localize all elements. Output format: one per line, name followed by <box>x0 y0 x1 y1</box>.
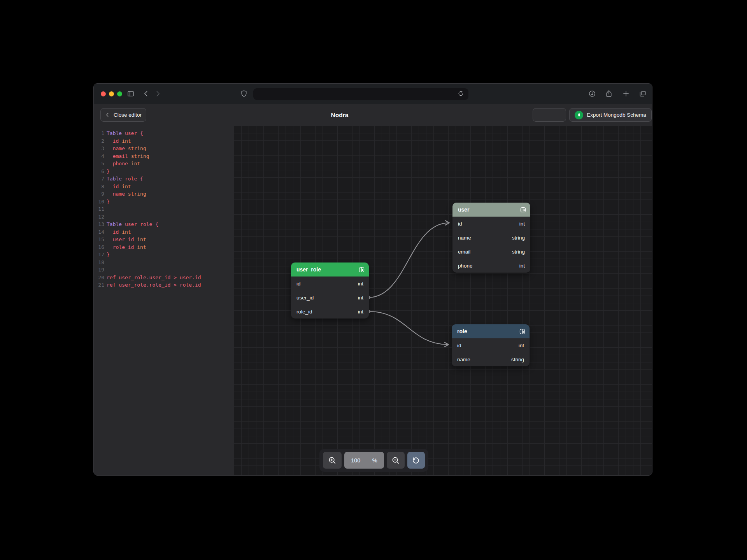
zoom-level-field[interactable]: 100 % <box>344 452 384 469</box>
code-line: 7Table role { <box>94 175 234 183</box>
line-number: 11 <box>94 205 104 213</box>
line-number: 9 <box>94 190 104 198</box>
code-line: 9 name string <box>94 190 234 198</box>
code-line: 15 user_id int <box>94 236 234 243</box>
field-type: int <box>358 295 363 301</box>
app-header: Close editor Nodra Export Mongodb Schema <box>94 104 652 126</box>
zoom-in-icon <box>328 456 337 465</box>
edge-user_role.user_id <box>369 223 449 298</box>
field-name: id <box>457 343 519 348</box>
line-number: 1 <box>94 130 104 137</box>
minimize-window-button[interactable] <box>109 91 114 96</box>
page-title: Nodra <box>331 104 349 126</box>
field-type: string <box>512 249 525 255</box>
field-type: int <box>358 281 363 287</box>
table-name: user_role <box>296 266 358 273</box>
schema-code-editor[interactable]: 1Table user {2 id int3 name string4 emai… <box>94 126 234 475</box>
table-name: role <box>457 328 519 334</box>
mongodb-icon <box>575 111 583 119</box>
close-window-button[interactable] <box>101 91 106 96</box>
code-line: 8 id int <box>94 183 234 191</box>
code-line: 3 name string <box>94 145 234 152</box>
close-editor-label: Close editor <box>114 112 142 118</box>
zoom-out-button[interactable] <box>387 452 405 469</box>
code-line: 2 id int <box>94 137 234 145</box>
code-line: 6} <box>94 168 234 175</box>
field-name: name <box>458 235 512 241</box>
table-schema-icon <box>519 328 526 335</box>
field-name: email <box>458 249 512 255</box>
line-number: 18 <box>94 259 104 266</box>
table-node-header[interactable]: role <box>452 324 530 338</box>
reset-rotate-ccw-icon <box>412 456 420 465</box>
table-node-user_role[interactable]: user_roleidintuser_idintrole_idint <box>291 262 369 318</box>
line-number: 20 <box>94 274 104 282</box>
table-node-header[interactable]: user_role <box>291 262 369 276</box>
traffic-lights <box>101 91 122 96</box>
field-name: phone <box>458 263 519 269</box>
diagram-canvas[interactable]: 100 % user_roleidintuser_idintrole_idint… <box>234 126 652 475</box>
code-line: 1Table user { <box>94 130 234 137</box>
export-sql-button[interactable] <box>533 108 566 122</box>
field-type: int <box>519 343 524 348</box>
code-line: 10} <box>94 198 234 206</box>
table-node-user[interactable]: useridintnamestringemailstringphoneint <box>452 203 530 273</box>
table-schema-icon <box>358 266 365 273</box>
line-number: 14 <box>94 228 104 236</box>
export-mongodb-label: Export Mongodb Schema <box>587 112 646 118</box>
code-line: 5 phone int <box>94 160 234 168</box>
field-row-email: emailstring <box>452 245 530 259</box>
code-line: 19 <box>94 266 234 274</box>
main-split: 1Table user {2 id int3 name string4 emai… <box>94 126 652 475</box>
chevron-left-icon <box>105 112 110 117</box>
line-number: 13 <box>94 220 104 228</box>
line-number: 8 <box>94 183 104 191</box>
field-type: int <box>519 263 525 269</box>
address-bar[interactable] <box>253 88 468 100</box>
reset-view-button[interactable] <box>407 452 425 469</box>
edge-user_role.role_id <box>369 312 448 345</box>
line-number: 15 <box>94 236 104 243</box>
field-name: id <box>458 221 519 227</box>
forward-icon[interactable] <box>153 89 162 98</box>
field-row-role_id: role_idint <box>291 304 369 318</box>
tab-overview-icon[interactable] <box>638 89 647 98</box>
privacy-shield-icon[interactable] <box>240 89 248 98</box>
share-icon[interactable] <box>605 89 613 98</box>
zoom-in-button[interactable] <box>323 452 342 469</box>
line-number: 5 <box>94 160 104 168</box>
line-number: 4 <box>94 152 104 160</box>
table-node-header[interactable]: user <box>452 203 530 217</box>
field-type: string <box>511 357 524 362</box>
line-number: 16 <box>94 243 104 251</box>
field-name: id <box>296 281 358 287</box>
new-tab-icon[interactable] <box>622 89 630 98</box>
field-row-name: namestring <box>452 352 530 366</box>
line-number: 17 <box>94 251 104 259</box>
line-number: 6 <box>94 168 104 175</box>
field-type: string <box>512 235 525 241</box>
close-editor-button[interactable]: Close editor <box>100 108 146 122</box>
code-line: 20ref user_role.user_id > user.id <box>94 274 234 282</box>
field-row-user_id: user_idint <box>291 290 369 304</box>
field-row-name: namestring <box>452 231 530 245</box>
field-name: name <box>457 357 511 362</box>
line-number: 7 <box>94 175 104 183</box>
export-mongodb-button[interactable]: Export Mongodb Schema <box>569 108 652 122</box>
code-line: 17} <box>94 251 234 259</box>
table-node-role[interactable]: roleidintnamestring <box>452 324 530 366</box>
zoom-level-unit: % <box>372 457 377 464</box>
field-row-id: idint <box>291 276 369 290</box>
zoom-window-button[interactable] <box>117 91 122 96</box>
line-number: 19 <box>94 266 104 274</box>
code-line: 12 <box>94 213 234 221</box>
code-line: 14 id int <box>94 228 234 236</box>
sidebar-toggle-icon[interactable] <box>126 89 135 98</box>
refresh-icon[interactable] <box>458 90 465 98</box>
line-number: 2 <box>94 137 104 145</box>
line-number: 21 <box>94 281 104 289</box>
field-name: user_id <box>296 295 358 301</box>
downloads-icon[interactable] <box>588 89 596 98</box>
back-icon[interactable] <box>142 89 151 98</box>
field-type: int <box>358 309 363 315</box>
